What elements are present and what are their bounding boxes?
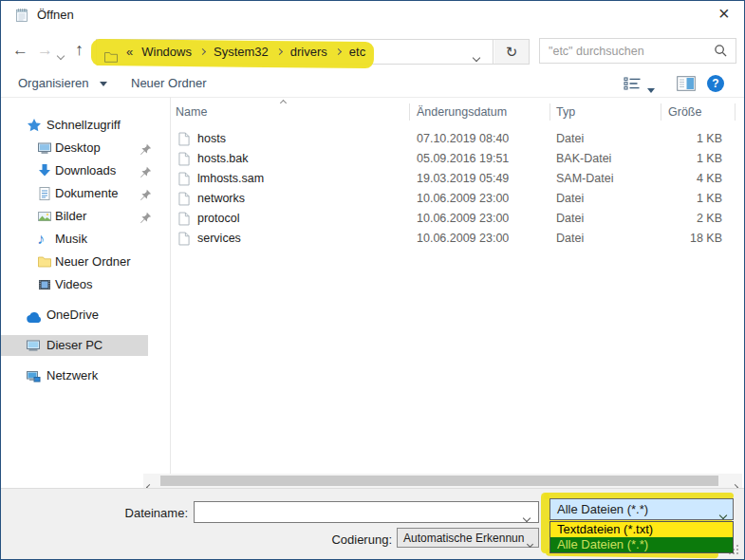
- filetype-option-textfiles[interactable]: Textdateien (*.txt): [550, 522, 733, 537]
- filetype-selected-value: Alle Dateien (*.*): [557, 502, 648, 516]
- documents-icon: [37, 186, 52, 201]
- filetype-dropdown[interactable]: Alle Dateien (*.*): [549, 498, 734, 520]
- view-list-icon[interactable]: [624, 77, 642, 90]
- organize-dropdown-arrow-icon: [100, 82, 107, 86]
- breadcrumb-item-etc[interactable]: etc: [349, 40, 365, 64]
- address-bar-divider: [493, 40, 494, 64]
- column-header-row: Name Änderungsdatum Typ Größe: [172, 100, 741, 124]
- pin-icon: [140, 141, 152, 154]
- column-resize-handle[interactable]: [549, 103, 550, 121]
- search-placeholder: "etc" durchsuchen: [549, 45, 644, 58]
- breadcrumb-separator-icon: [276, 48, 283, 55]
- column-resize-handle[interactable]: [409, 103, 410, 121]
- view-options-arrow-icon[interactable]: [647, 82, 655, 96]
- column-resize-handle[interactable]: [661, 103, 661, 121]
- network-icon: [26, 368, 41, 383]
- desktop-icon: [37, 140, 52, 156]
- downloads-icon: [37, 163, 52, 178]
- up-button[interactable]: ↑: [75, 40, 84, 60]
- encoding-dropdown-chevron-icon: [528, 535, 532, 550]
- file-row[interactable]: networks 10.06.2009 23:00 Datei 1 KB: [172, 189, 741, 209]
- music-icon: ♪: [37, 229, 52, 244]
- breadcrumb-item-windows[interactable]: Windows: [141, 40, 192, 64]
- close-button[interactable]: ×: [718, 3, 730, 25]
- file-row[interactable]: services 10.06.2009 23:00 Datei 18 KB: [172, 229, 741, 249]
- file-row[interactable]: hosts 07.10.2019 08:40 Datei 1 KB: [172, 129, 741, 149]
- breadcrumb-separator-icon: [335, 48, 342, 55]
- filetype-highlight-marker: [541, 493, 549, 553]
- column-header-name[interactable]: Name: [176, 105, 207, 119]
- filename-label: Dateiname:: [96, 506, 188, 520]
- sidebar-divider: [170, 97, 171, 488]
- toolbar: Organisieren Neuer Ordner ?: [1, 69, 744, 98]
- filename-combobox[interactable]: [194, 501, 539, 523]
- refresh-button[interactable]: ↻: [494, 40, 529, 64]
- column-header-date[interactable]: Änderungsdatum: [417, 105, 507, 119]
- filetype-option-list: Textdateien (*.txt) Alle Dateien (*.*): [549, 521, 734, 553]
- preview-pane-icon[interactable]: [677, 76, 696, 91]
- breadcrumb: « Windows System32 drivers etc: [104, 40, 365, 64]
- scrollbar-thumb[interactable]: [160, 476, 718, 486]
- breadcrumb-overflow[interactable]: «: [126, 40, 133, 64]
- encoding-label: Codierung:: [314, 532, 392, 547]
- breadcrumb-item-drivers[interactable]: drivers: [290, 40, 327, 64]
- videos-icon: [37, 277, 52, 292]
- search-box[interactable]: "etc" durchsuchen: [539, 38, 736, 64]
- pin-icon: [140, 187, 152, 199]
- filename-input[interactable]: [197, 503, 514, 522]
- file-row[interactable]: protocol 10.06.2009 23:00 Datei 2 KB: [172, 209, 741, 229]
- filetype-option-allfiles[interactable]: Alle Dateien (*.*): [550, 537, 733, 552]
- footer-panel: Dateiname: Codierung: Automatische Erken…: [1, 488, 744, 560]
- back-button[interactable]: ←: [12, 41, 28, 60]
- folder-icon: [104, 47, 118, 58]
- address-dropdown-chevron-icon[interactable]: [474, 49, 479, 64]
- sort-ascending-icon: [281, 94, 286, 108]
- breadcrumb-separator-icon: [199, 48, 206, 55]
- search-icon[interactable]: [714, 44, 728, 58]
- pin-icon: [140, 164, 152, 177]
- filename-dropdown-chevron-icon[interactable]: [524, 510, 530, 524]
- column-resize-handle[interactable]: [735, 103, 736, 121]
- recent-locations-chevron-icon[interactable]: [58, 47, 64, 62]
- onedrive-cloud-icon: [26, 309, 41, 325]
- horizontal-scrollbar[interactable]: [143, 474, 742, 488]
- filetype-dropdown-chevron-icon: [720, 507, 726, 521]
- help-button[interactable]: ?: [707, 75, 724, 92]
- folder-icon: [37, 254, 52, 270]
- new-folder-button[interactable]: Neuer Ordner: [131, 76, 206, 90]
- column-header-size[interactable]: Größe: [668, 105, 701, 119]
- window-title: Öffnen: [37, 8, 74, 22]
- this-pc-icon: [26, 338, 41, 353]
- file-row[interactable]: hosts.bak 05.09.2016 19:51 BAK-Datei 1 K…: [172, 149, 741, 169]
- quick-access-star-icon: [27, 118, 42, 133]
- organize-button[interactable]: Organisieren: [18, 76, 107, 90]
- notepad-icon: [14, 8, 29, 23]
- open-file-dialog: Öffnen × ← → ↑ « Windows System32 driver…: [0, 0, 745, 560]
- column-header-type[interactable]: Typ: [556, 105, 575, 119]
- breadcrumb-item-system32[interactable]: System32: [214, 40, 269, 64]
- file-row[interactable]: lmhosts.sam 19.03.2019 05:49 SAM-Datei 4…: [172, 169, 741, 189]
- encoding-dropdown[interactable]: Automatische Erkennun: [397, 528, 539, 548]
- file-icon: [178, 232, 190, 252]
- address-bar[interactable]: « Windows System32 drivers etc ↻: [96, 39, 530, 65]
- pictures-icon: [37, 209, 52, 224]
- pin-icon: [140, 210, 152, 222]
- forward-button[interactable]: →: [37, 41, 53, 60]
